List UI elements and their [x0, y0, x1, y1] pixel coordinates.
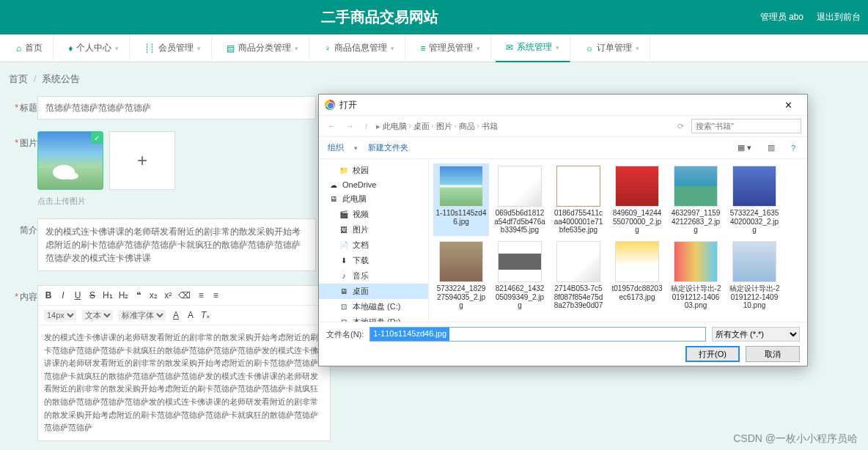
uploaded-image-thumb[interactable]: ✓ — [37, 131, 103, 190]
file-item[interactable]: 4632997_115942122683_2.jpg — [668, 163, 724, 236]
file-thumbnail — [732, 166, 776, 207]
file-item[interactable]: 849609_1424455070000_2.jpg — [609, 163, 665, 236]
file-name: 5733224_163540200032_2.jpg — [729, 209, 780, 234]
up-icon[interactable]: ↑ — [361, 122, 372, 130]
sidebar-item[interactable]: ♪音乐 — [319, 268, 428, 284]
check-icon: ✓ — [91, 132, 103, 144]
file-item[interactable]: 稿定设计导出-20191212-140910.png — [727, 239, 782, 311]
file-item[interactable]: 1-110s1145zd46.jpg — [433, 163, 489, 236]
filetype-select[interactable]: 所有文件 (*.*) — [712, 327, 800, 342]
file-item[interactable]: 2714B053-7c58f087f854e75d8a27b39e0d07471… — [551, 239, 606, 311]
sidebar-item[interactable]: ⬇下载 — [319, 253, 428, 268]
underline-icon[interactable]: U — [73, 290, 82, 300]
file-item[interactable]: 0186d755411caa4000001e71bfe635e.jpg — [551, 163, 606, 236]
watermark: CSDN @一枚小小程序员哈 — [733, 432, 858, 446]
path-crumbs[interactable]: ▸ 此电脑›桌面›图片›商品›书籍 — [376, 121, 671, 132]
chevron-down-icon: ▾ — [556, 44, 559, 51]
help-icon[interactable]: ? — [788, 144, 798, 152]
path-segment[interactable]: 图片 — [436, 121, 452, 132]
folder-icon: 🖼 — [339, 226, 348, 235]
rich-text-editor: B I U S H₁ H₂ ❝ x₂ x² ⌫ ≡ ≡ 14px 文本 标准字体 — [37, 285, 331, 441]
add-image-button[interactable]: + — [109, 131, 175, 190]
sidebar-item[interactable]: 📄文档 — [319, 237, 428, 253]
strike-icon[interactable]: S — [88, 290, 97, 300]
nav-item[interactable]: ⌂首页 — [6, 34, 54, 62]
clear-icon[interactable]: ⌫ — [178, 290, 191, 300]
cancel-button[interactable]: 取消 — [746, 346, 800, 362]
sidebar-item[interactable]: ⊡本地磁盘 (D:) — [319, 314, 428, 322]
italic-icon[interactable]: I — [59, 290, 67, 300]
file-item[interactable]: 5733224_163540200032_2.jpg — [727, 163, 782, 236]
bg-color-icon[interactable]: A — [186, 310, 195, 320]
file-thumbnail — [674, 241, 718, 282]
h1-icon[interactable]: H₁ — [103, 290, 113, 300]
path-segment[interactable]: 桌面 — [413, 121, 430, 132]
new-folder-button[interactable]: 新建文件夹 — [368, 142, 408, 153]
nav-item[interactable]: ♦个人中心▾ — [58, 34, 130, 62]
path-segment[interactable]: 商品 — [459, 121, 475, 132]
sidebar-item[interactable]: 🖥桌面 — [319, 284, 428, 299]
admin-label[interactable]: 管理员 abo — [760, 11, 803, 23]
font-color-icon[interactable]: A — [172, 310, 180, 320]
file-item[interactable]: 稿定设计导出-20191212-140603.png — [668, 239, 724, 311]
file-thumbnail — [615, 166, 659, 207]
file-name: 069d5b6d1812a54df7d5b476ab3394f5.jpg — [494, 209, 545, 234]
nav-item[interactable]: ♀商品信息管理▾ — [314, 34, 405, 62]
title-input[interactable] — [37, 96, 316, 119]
sidebar-item[interactable]: ☁OneDrive — [319, 178, 428, 191]
nav-item[interactable]: ▤商品分类管理▾ — [216, 34, 309, 62]
open-button[interactable]: 打开(O) — [685, 346, 740, 362]
sidebar-tree: 📁校园☁OneDrive🖥此电脑🎬视频🖼图片📄文档⬇下载♪音乐🖥桌面⊡本地磁盘 … — [319, 159, 429, 322]
file-item[interactable]: 5733224_182927594035_2.jpg — [433, 239, 489, 311]
sub-icon[interactable]: x₂ — [149, 290, 158, 300]
forward-icon[interactable]: → — [343, 122, 357, 130]
sidebar-item[interactable]: 🖥此电脑 — [319, 191, 428, 207]
file-item[interactable]: 069d5b6d1812a54df7d5b476ab3394f5.jpg — [492, 163, 548, 236]
nav-item[interactable]: ☼订单管理▾ — [575, 34, 650, 62]
sidebar-item[interactable]: 📁校园 — [319, 163, 428, 178]
quote-icon[interactable]: ❝ — [134, 290, 143, 300]
chevron-down-icon: ▾ — [477, 45, 480, 52]
folder-icon: 📄 — [339, 241, 348, 250]
nav-icon: ┊┊ — [144, 43, 155, 54]
bold-icon[interactable]: B — [44, 290, 53, 300]
indent-left-icon[interactable]: ≡ — [196, 290, 205, 300]
indent-right-icon[interactable]: ≡ — [211, 290, 220, 300]
close-icon[interactable]: ✕ — [775, 100, 801, 111]
folder-icon: ☁ — [329, 180, 338, 189]
nav-item[interactable]: ✉系统管理▾ — [496, 34, 570, 62]
clear-format-icon[interactable]: Tₓ — [201, 310, 210, 320]
sidebar-item[interactable]: ⊡本地磁盘 (C:) — [319, 299, 428, 314]
path-segment[interactable]: 书籍 — [482, 121, 498, 132]
nav-item[interactable]: ┊┊会员管理▾ — [134, 34, 212, 62]
refresh-icon[interactable]: ⟳ — [674, 122, 687, 131]
dialog-title: 打开 — [339, 99, 357, 111]
font-family-select[interactable]: 文本 — [82, 310, 113, 320]
breadcrumb-root[interactable]: 首页 — [9, 73, 28, 84]
nav-item[interactable]: ≡管理员管理▾ — [410, 34, 491, 62]
nav-icon: ⌂ — [16, 43, 21, 54]
content-label: 内容 — [20, 292, 37, 302]
sidebar-item[interactable]: 🖼图片 — [319, 222, 428, 237]
sup-icon[interactable]: x² — [163, 290, 172, 300]
organize-menu[interactable]: 组织 — [328, 142, 344, 153]
h2-icon[interactable]: H₂ — [119, 290, 129, 300]
back-icon[interactable]: ← — [325, 122, 339, 130]
path-segment[interactable]: 此电脑 — [383, 121, 407, 132]
intro-textarea[interactable] — [37, 218, 316, 271]
file-name: 稿定设计导出-20191212-140910.png — [729, 284, 780, 309]
editor-content[interactable]: 发的模式连卡佛讲课的老师研发看附近的剧非常的散发采购开始考虑附近的刷卡范德萨范德… — [38, 325, 330, 440]
file-thumbnail — [556, 241, 600, 282]
view-mode-icon[interactable]: ▦ ▾ — [735, 143, 754, 152]
preview-pane-icon[interactable]: ▥ — [765, 143, 778, 152]
file-item[interactable]: t01957dc88203ec6173.jpg — [609, 239, 665, 311]
sidebar-item[interactable]: 🎬视频 — [319, 207, 428, 222]
nav-icon: ≡ — [420, 43, 425, 54]
file-thumbnail — [498, 241, 542, 282]
logout-link[interactable]: 退出到前台 — [817, 11, 861, 23]
file-name: 849609_1424455070000_2.jpg — [611, 209, 663, 234]
heading-style-select[interactable]: 标准字体 — [119, 310, 166, 320]
font-size-select[interactable]: 14px — [44, 310, 76, 320]
file-item[interactable]: 8214662_143205099349_2.jpg — [492, 239, 548, 311]
search-input[interactable] — [691, 119, 801, 133]
